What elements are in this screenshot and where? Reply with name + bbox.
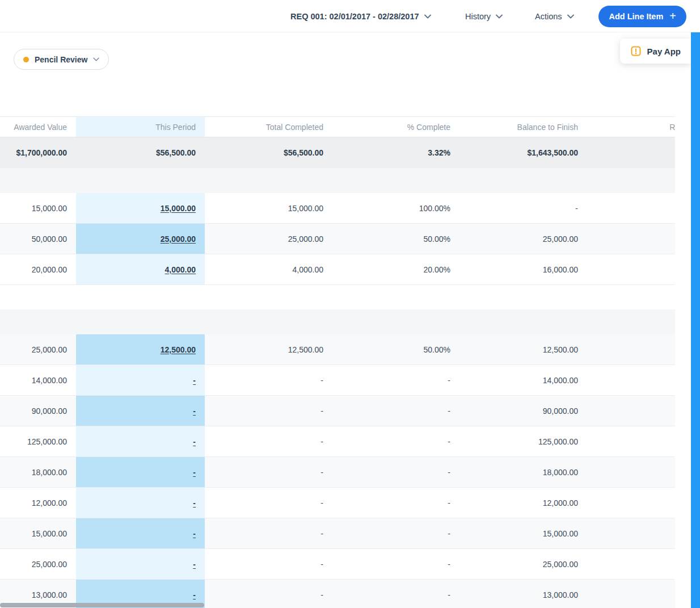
- data-cell-awarded-value: 125,000.00: [0, 426, 76, 456]
- data-cell-total-completed: -: [205, 457, 332, 487]
- data-cell-this-period: 12,500.00: [76, 334, 205, 364]
- this-period-value-link[interactable]: -: [193, 376, 196, 385]
- data-cell-balance-to-finish: 18,000.00: [459, 457, 587, 487]
- data-cell-this-period: 4,000.00: [76, 254, 205, 284]
- line-item-row: 90,000.00---90,000.00: [0, 396, 675, 426]
- data-cell-retainage: [587, 224, 675, 254]
- data-cell-retainage: [587, 426, 675, 456]
- data-cell-balance-to-finish: 90,000.00: [459, 396, 587, 426]
- data-cell-complete: -: [332, 396, 459, 426]
- header-cell-awarded-value: Awarded Value: [0, 117, 76, 137]
- data-cell-awarded-value: 18,000.00: [0, 457, 76, 487]
- data-cell-complete: 100.00%: [332, 193, 459, 223]
- this-period-value-link[interactable]: -: [193, 529, 196, 538]
- data-cell-balance-to-finish: 12,000.00: [459, 488, 587, 518]
- data-cell-complete: -: [332, 426, 459, 456]
- pay-app-line-items-table: Awarded ValueThis PeriodTotal Completed%…: [0, 116, 675, 608]
- data-cell-this-period: -: [76, 426, 205, 456]
- data-cell-retainage: [587, 457, 675, 487]
- data-cell-awarded-value: 15,000.00: [0, 193, 76, 223]
- line-item-row: 15,000.0015,000.0015,000.00100.00%-: [0, 193, 675, 224]
- data-cell-complete: -: [332, 488, 459, 518]
- chevron-down-icon: [424, 14, 431, 19]
- data-cell-this-period: -: [76, 396, 205, 426]
- header-cell-complete: % Complete: [332, 117, 459, 137]
- data-cell-total-completed: -: [205, 549, 332, 579]
- data-cell-awarded-value: 50,000.00: [0, 224, 76, 254]
- this-period-value-link[interactable]: -: [193, 560, 196, 569]
- data-cell-total-completed: 25,000.00: [205, 224, 332, 254]
- data-cell-retainage: [587, 193, 675, 223]
- chevron-down-icon: [496, 14, 503, 19]
- chevron-down-icon: [93, 57, 99, 61]
- totals-cell-awarded-value: $1,700,000.00: [0, 137, 76, 168]
- actions-label: Actions: [535, 12, 562, 21]
- data-cell-total-completed: 12,500.00: [205, 334, 332, 364]
- data-cell-this-period: -: [76, 488, 205, 518]
- header-cell-balance-to-finish: Balance to Finish: [459, 117, 587, 137]
- data-cell-balance-to-finish: 25,000.00: [459, 224, 587, 254]
- history-label: History: [465, 12, 491, 21]
- this-period-value-link[interactable]: -: [193, 590, 196, 599]
- this-period-value-link[interactable]: -: [193, 498, 196, 508]
- blank-row: [0, 285, 675, 309]
- topbar: REQ 001: 02/01/2017 - 02/28/2017 History…: [0, 0, 700, 32]
- data-cell-retainage: [587, 580, 675, 608]
- pay-app-tab-label: Pay App: [647, 47, 681, 56]
- this-period-value-link[interactable]: 15,000.00: [161, 204, 196, 213]
- line-item-row: 25,000.00---25,000.00: [0, 549, 675, 580]
- data-cell-awarded-value: 12,000.00: [0, 488, 76, 518]
- data-cell-complete: 20.00%: [332, 254, 459, 284]
- data-cell-complete: 50.00%: [332, 334, 459, 364]
- table-body: 15,000.0015,000.0015,000.00100.00%-50,00…: [0, 168, 675, 608]
- chevron-down-icon: [567, 14, 574, 19]
- data-cell-retainage: [587, 518, 675, 548]
- pay-app-tab[interactable]: Pay App: [620, 39, 691, 64]
- section-header-row: [0, 309, 675, 334]
- horizontal-scrollbar-thumb[interactable]: [0, 603, 204, 607]
- totals-cell-balance-to-finish: $1,643,500.00: [459, 137, 587, 168]
- right-edge-panel-strip[interactable]: [691, 32, 700, 608]
- totals-cell-total-completed: $56,500.00: [205, 137, 332, 168]
- data-cell-retainage: [587, 254, 675, 284]
- this-period-value-link[interactable]: 4,000.00: [165, 265, 196, 274]
- add-line-item-button[interactable]: Add Line Item +: [598, 6, 686, 27]
- data-cell-awarded-value: 15,000.00: [0, 518, 76, 548]
- data-cell-complete: -: [332, 518, 459, 548]
- data-cell-balance-to-finish: 16,000.00: [459, 254, 587, 284]
- status-dot-icon: [23, 57, 29, 62]
- data-cell-this-period: -: [76, 457, 205, 487]
- this-period-value-link[interactable]: 12,500.00: [161, 345, 196, 354]
- this-period-value-link[interactable]: -: [193, 468, 196, 477]
- this-period-value-link[interactable]: -: [193, 406, 196, 416]
- data-cell-balance-to-finish: 15,000.00: [459, 518, 587, 548]
- data-cell-total-completed: -: [205, 396, 332, 426]
- data-cell-total-completed: -: [205, 488, 332, 518]
- totals-cell-complete: 3.32%: [332, 137, 459, 168]
- data-cell-retainage: [587, 396, 675, 426]
- data-cell-awarded-value: 14,000.00: [0, 365, 76, 395]
- actions-menu[interactable]: Actions: [535, 0, 574, 32]
- this-period-value-link[interactable]: -: [193, 437, 196, 446]
- data-cell-total-completed: -: [205, 580, 332, 608]
- add-line-item-label: Add Line Item: [609, 12, 663, 21]
- req-period-label: REQ 001: 02/01/2017 - 02/28/2017: [290, 12, 419, 21]
- data-cell-awarded-value: 90,000.00: [0, 396, 76, 426]
- data-cell-this-period: 15,000.00: [76, 193, 205, 223]
- line-item-row: 125,000.00---125,000.00: [0, 426, 675, 457]
- line-item-row: 50,000.0025,000.0025,000.0050.00%25,000.…: [0, 224, 675, 254]
- header-cell-retainage: Retainage: [587, 117, 675, 137]
- totals-cell-this-period: $56,500.00: [76, 137, 205, 168]
- history-menu[interactable]: History: [465, 0, 503, 32]
- status-dropdown[interactable]: Pencil Review: [14, 49, 109, 70]
- data-cell-awarded-value: 25,000.00: [0, 334, 76, 364]
- line-item-row: 15,000.00---15,000.00: [0, 518, 675, 549]
- header-cell-this-period: This Period: [76, 117, 205, 137]
- req-period-selector[interactable]: REQ 001: 02/01/2017 - 02/28/2017: [290, 0, 431, 32]
- data-cell-balance-to-finish: 14,000.00: [459, 365, 587, 395]
- data-cell-complete: -: [332, 549, 459, 579]
- data-cell-this-period: -: [76, 549, 205, 579]
- data-cell-total-completed: -: [205, 518, 332, 548]
- line-item-row: 18,000.00---18,000.00: [0, 457, 675, 488]
- this-period-value-link[interactable]: 25,000.00: [161, 234, 196, 244]
